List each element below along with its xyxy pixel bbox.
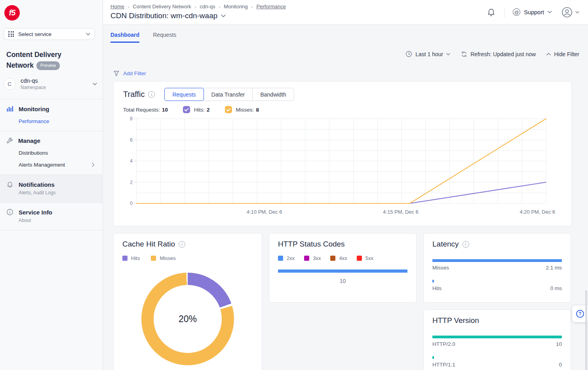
- sidebar-item-manage[interactable]: Manage: [6, 137, 96, 144]
- traffic-title: Traffic i: [123, 90, 155, 99]
- misses-label: Misses:: [236, 107, 254, 113]
- traffic-view-switcher: Requests Data Transfer Bandwidth: [164, 88, 294, 101]
- namespace-name: cdn-qs: [21, 78, 46, 84]
- hits-swatch: [122, 256, 127, 261]
- http11-row: HTTP/1.1 0: [432, 356, 562, 368]
- http-status-codes-title: HTTP Status Codes: [278, 240, 407, 249]
- filter-controls: Last 1 hour Refresh: Updated just now Hi…: [405, 51, 579, 57]
- breadcrumb-performance[interactable]: Performance: [257, 4, 286, 9]
- manage-label: Manage: [18, 137, 40, 144]
- total-requests-label: Total Requests:: [123, 107, 160, 113]
- service-title: Content Delivery NetworkPreview: [0, 40, 91, 71]
- hide-filter-toggle[interactable]: Hide Filter: [546, 51, 579, 57]
- svg-text:4:10 PM, Dec 6: 4:10 PM, Dec 6: [247, 209, 282, 215]
- notifications-bell-button[interactable]: [487, 8, 496, 17]
- traffic-tab-bandwidth[interactable]: Bandwidth: [252, 88, 294, 101]
- f5-logo-icon: f5: [4, 5, 20, 21]
- latency-hits-row: Hits 0 ms: [432, 280, 562, 291]
- time-range-dropdown[interactable]: Last 1 hour: [405, 51, 450, 57]
- breadcrumb-cdn[interactable]: Content Delivery Network: [133, 4, 191, 9]
- breadcrumb-home[interactable]: Home: [110, 4, 124, 9]
- 4xx-swatch: [330, 256, 335, 261]
- hits-checkbox[interactable]: [183, 106, 190, 113]
- page-tabs: Dashboard Requests: [110, 25, 588, 43]
- breadcrumb-separator: ›: [128, 4, 129, 9]
- divider: [504, 7, 505, 17]
- status-2xx-bar: [278, 269, 407, 273]
- tab-dashboard[interactable]: Dashboard: [110, 32, 139, 43]
- sidebar-item-monitoring[interactable]: Monitoring: [6, 105, 96, 112]
- apps-grid-icon: [8, 31, 14, 37]
- info-icon[interactable]: i: [148, 91, 155, 98]
- dashboard-content: Dashboard Requests Last 1 hour Refresh: …: [103, 25, 588, 370]
- user-menu[interactable]: [561, 7, 579, 18]
- http-status-codes-card: HTTP Status Codes 2xx 3xx 4xx 5xx 10: [269, 233, 417, 303]
- divider: [0, 230, 103, 230]
- breadcrumb-separator: ›: [219, 4, 220, 9]
- latency-hits-value: 0 ms: [550, 285, 562, 291]
- chevron-down-icon[interactable]: [221, 14, 226, 17]
- preview-badge: Preview: [36, 61, 60, 70]
- sidebar-item-performance[interactable]: Performance: [19, 118, 96, 124]
- sidebar-item-distributions[interactable]: Distributions: [19, 150, 96, 156]
- svg-text:0: 0: [130, 201, 133, 206]
- legend-hits: Hits: [122, 255, 140, 261]
- namespace-type-label: Namespace: [21, 85, 46, 90]
- http-version-title: HTTP Version: [432, 316, 562, 325]
- traffic-tab-data-transfer[interactable]: Data Transfer: [204, 88, 253, 101]
- breadcrumb-separator: ›: [251, 4, 253, 9]
- breadcrumb-namespace[interactable]: cdn-qs: [200, 4, 215, 9]
- namespace-selector[interactable]: C cdn-qs Namespace: [0, 78, 103, 99]
- info-icon[interactable]: i: [462, 241, 469, 248]
- misses-checkbox[interactable]: [225, 106, 232, 113]
- chevron-up-icon: [546, 53, 551, 55]
- http11-label: HTTP/1.1: [432, 362, 455, 368]
- support-menu[interactable]: @ Support: [513, 8, 552, 16]
- vertical-scrollbar[interactable]: [585, 290, 587, 370]
- refresh-icon: [461, 51, 467, 57]
- latency-misses-value: 2.1 ms: [546, 265, 562, 271]
- namespace-avatar: C: [4, 78, 15, 90]
- status-bar-value: 10: [278, 278, 407, 284]
- traffic-tab-requests[interactable]: Requests: [164, 88, 204, 101]
- misses-value: 8: [256, 107, 259, 113]
- select-service-button[interactable]: Select service: [4, 28, 95, 40]
- cache-donut-chart: 20%: [141, 273, 234, 365]
- breadcrumb-monitoring[interactable]: Monitoring: [224, 4, 248, 9]
- http11-value: 0: [559, 362, 562, 368]
- svg-text:2: 2: [130, 180, 133, 185]
- bell-icon: [6, 181, 13, 188]
- legend-misses: Misses: [151, 255, 175, 261]
- http-version-card: HTTP Version HTTP/2.0 10 HTTP/1.1 0: [423, 309, 571, 370]
- metrics-grid: Cache Hit Ratio i Hits Misses 20%: [113, 233, 572, 370]
- bell-icon: [487, 8, 496, 17]
- tab-requests[interactable]: Requests: [153, 32, 176, 43]
- sidebar-item-service-info[interactable]: Service Info: [6, 209, 96, 216]
- f5-logo[interactable]: f5: [0, 0, 103, 21]
- service-info-label: Service Info: [19, 209, 52, 216]
- svg-text:4:15 PM, Dec 6: 4:15 PM, Dec 6: [383, 209, 419, 215]
- http2-value: 10: [556, 341, 562, 347]
- chevron-right-icon: [92, 163, 95, 167]
- sidebar: f5 Select service Content Delivery Netwo…: [0, 0, 103, 370]
- traffic-card: Traffic i Requests Data Transfer Bandwid…: [113, 81, 572, 226]
- cache-percent-label: 20%: [179, 314, 197, 324]
- sidebar-item-notifications[interactable]: Notifications: [6, 181, 96, 188]
- chevron-down-icon: [86, 33, 90, 36]
- latency-card: Latency i Misses 2.1 ms Hits 0 ms: [423, 233, 571, 303]
- add-filter-button[interactable]: Add Filter: [113, 70, 161, 76]
- sidebar-item-alerts-management[interactable]: Alerts Management: [19, 162, 96, 168]
- hits-value: 2: [207, 107, 210, 113]
- info-icon[interactable]: i: [179, 241, 185, 248]
- latency-misses-bar: [432, 259, 562, 262]
- info-circle-icon: [6, 209, 13, 216]
- http2-bar: [432, 336, 562, 338]
- svg-text:4: 4: [130, 158, 133, 164]
- cache-legend: Hits Misses: [122, 255, 253, 261]
- status-legend: 2xx 3xx 4xx 5xx: [278, 255, 407, 261]
- http2-row: HTTP/2.0 10: [432, 336, 562, 347]
- refresh-button[interactable]: Refresh: Updated just now: [461, 51, 536, 57]
- http2-label: HTTP/2.0: [432, 341, 455, 347]
- traffic-line-chart: 024684:10 PM, Dec 64:15 PM, Dec 64:20 PM…: [123, 116, 563, 218]
- legend-4xx: 4xx: [330, 255, 347, 261]
